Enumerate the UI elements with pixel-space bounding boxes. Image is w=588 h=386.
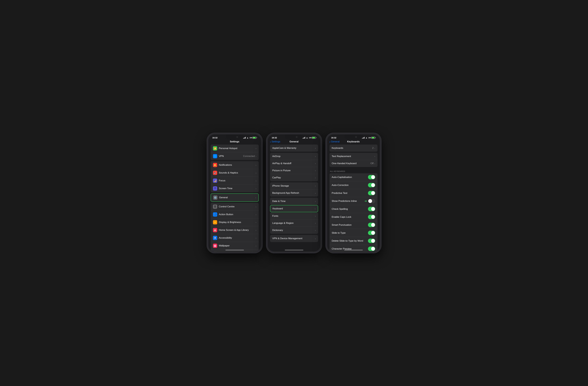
cell-airdrop[interactable]: AirDrop › — [270, 153, 318, 160]
toggle-smart-punctuation[interactable] — [368, 223, 375, 227]
cell-notifications[interactable]: 🔔 Notifications › — [211, 161, 259, 169]
wifi-icon-3: ▲ — [365, 137, 367, 139]
cell-wallpaper[interactable]: 🌸 Wallpaper › — [211, 242, 259, 250]
chevron-icon: › — [256, 180, 256, 182]
cell-personal-hotspot[interactable]: 📶 Personal Hotspot › — [211, 144, 259, 152]
time-2: 16:32 — [272, 136, 277, 139]
cell-vpn-device[interactable]: VPN & Device Management › — [270, 235, 318, 242]
notifications-icon: 🔔 — [213, 163, 217, 167]
time-1: 16:32 — [212, 136, 218, 139]
toggle-auto-capitalisation[interactable] — [368, 175, 375, 179]
settings-group-1: 📶 Personal Hotspot › 🌐 VPN Connected › — [208, 144, 261, 160]
chevron-icon: › — [256, 172, 256, 174]
cell-fonts[interactable]: Fonts › — [270, 212, 318, 220]
cell-group-toggles: Auto-Capitalisation Auto-Correction — [330, 173, 378, 252]
cell-applecare[interactable]: AppleCare & Warranty › — [270, 144, 318, 152]
battery-2: 100 — [309, 137, 316, 139]
settings-group-keyboards-list: Keyboards 2 › — [327, 144, 380, 152]
screen-content-1[interactable]: 📶 Personal Hotspot › 🌐 VPN Connected › — [208, 144, 261, 252]
phone-3: 16:32 ▲ 100 ‹ General — [326, 133, 381, 253]
nav-bar-2: ‹ Settings General — [268, 140, 320, 144]
home-screen-icon: 🏠 — [213, 228, 217, 232]
cell-language-region[interactable]: Language & Region › — [270, 220, 318, 227]
cell-iphone-storage[interactable]: iPhone Storage › — [270, 182, 318, 189]
chevron-icon: › — [256, 237, 256, 239]
status-icons-3: ▲ 100 — [362, 137, 376, 139]
battery-1: 100 — [250, 137, 257, 139]
cell-group-1: 📶 Personal Hotspot › 🌐 VPN Connected › — [211, 144, 259, 160]
nav-back-2[interactable]: ‹ Settings — [270, 140, 280, 143]
settings-group-text-replacement: Text Replacement › One-Handed Keyboard O… — [327, 153, 380, 167]
wifi-icon-2: ▲ — [306, 137, 308, 139]
cell-vpn[interactable]: 🌐 VPN Connected › — [211, 152, 259, 160]
nav-bar-1: Settings — [208, 140, 261, 144]
cell-delete-slide-to-type[interactable]: Delete Slide-to-Type by Word — [330, 237, 378, 245]
cell-auto-capitalisation[interactable]: Auto-Capitalisation — [330, 173, 378, 181]
cell-sounds[interactable]: 🔊 Sounds & Haptics › — [211, 169, 259, 177]
back-chevron-icon-2: ‹ — [270, 140, 271, 143]
cell-control-centre[interactable]: 🎛 Control Centre › — [211, 203, 259, 211]
cell-group-storage: iPhone Storage › Background App Refresh … — [270, 182, 318, 197]
toggle-character-preview[interactable] — [368, 246, 375, 251]
time-3: 16:32 — [331, 136, 336, 139]
action-button-icon: 🔵 — [213, 212, 217, 217]
toggle-auto-correction[interactable] — [368, 183, 375, 187]
general-icon: ⚙️ — [213, 195, 217, 200]
cell-date-time[interactable]: Date & Time › — [270, 198, 318, 205]
cell-group-airdrop: AirDrop › AirPlay & Handoff › Picture in… — [270, 153, 318, 181]
chevron-icon: › — [256, 229, 256, 231]
back-chevron-icon-3: ‹ — [330, 140, 331, 143]
cell-general[interactable]: ⚙️ General › — [211, 193, 259, 202]
cell-enable-caps-lock[interactable]: Enable Caps Lock — [330, 213, 378, 221]
toggle-slide-to-type[interactable] — [368, 231, 375, 235]
cell-home-screen[interactable]: 🏠 Home Screen & App Library › — [211, 226, 259, 234]
home-indicator-3 — [344, 250, 363, 250]
cell-keyboard[interactable]: Keyboard › — [270, 205, 318, 212]
cell-background-app-refresh[interactable]: Background App Refresh › — [270, 189, 318, 197]
cell-action-button[interactable]: 🔵 Action Button › — [211, 211, 259, 219]
toggle-check-spelling[interactable] — [368, 207, 375, 211]
cell-focus[interactable]: 🌙 Focus › — [211, 177, 259, 185]
cell-keyboards[interactable]: Keyboards 2 › — [330, 144, 378, 152]
chevron-icon: › — [315, 200, 316, 203]
cell-slide-to-type[interactable]: Slide to Type — [330, 229, 378, 237]
cell-auto-correction[interactable]: Auto-Correction — [330, 181, 378, 189]
cell-carplay[interactable]: CarPlay › — [270, 174, 318, 181]
cell-one-handed-keyboard[interactable]: One-Handed Keyboard Off › — [330, 160, 378, 167]
chevron-icon: › — [256, 147, 256, 150]
cell-character-preview[interactable]: Character Preview — [330, 245, 378, 252]
chevron-icon: › — [315, 229, 316, 231]
screen-content-2[interactable]: AppleCare & Warranty › AirDrop › AirPlay… — [268, 144, 320, 252]
status-icons-1: ▲ 100 — [243, 137, 257, 139]
display-brightness-icon: ☀️ — [213, 220, 217, 224]
cell-text-replacement[interactable]: Text Replacement › — [330, 153, 378, 160]
cell-accessibility[interactable]: ♿ Accessibility › — [211, 234, 259, 242]
screen-content-3[interactable]: Keyboards 2 › Text Replacement › — [327, 144, 380, 252]
cell-display-brightness[interactable]: ☀️ Display & Brightness › — [211, 219, 259, 226]
cell-screen-time[interactable]: ⏱ Screen Time › — [211, 185, 259, 192]
cell-smart-punctuation[interactable]: Smart Punctuation — [330, 221, 378, 229]
toggle-delete-slide-to-type[interactable] — [368, 239, 375, 243]
wallpaper-icon: 🌸 — [213, 244, 217, 248]
nav-back-3[interactable]: ‹ General — [330, 140, 339, 143]
cell-predictive-text[interactable]: Predictive Text — [330, 189, 378, 197]
chevron-icon: › — [255, 196, 256, 199]
toggle-enable-caps-lock[interactable] — [368, 215, 375, 219]
settings-group-keyboard: Date & Time › Keyboard › Fonts › — [268, 198, 320, 234]
cell-show-predictions-inline[interactable]: Show Predictions Inline ➜ — [330, 197, 378, 205]
toggle-predictive-text[interactable] — [368, 191, 375, 195]
cell-dictionary[interactable]: Dictionary › — [270, 227, 318, 234]
toggle-show-predictions-inline[interactable] — [368, 199, 375, 203]
phone-1: 16:32 ▲ 100 Settings — [207, 133, 262, 253]
cell-group-applecare: AppleCare & Warranty › — [270, 144, 318, 152]
cell-group-keyboard: Date & Time › — [270, 198, 318, 205]
cell-picture-in-picture[interactable]: Picture in Picture › — [270, 167, 318, 174]
cell-check-spelling[interactable]: Check Spelling — [330, 205, 378, 213]
control-centre-icon: 🎛 — [213, 204, 217, 209]
chevron-icon: › — [315, 155, 316, 158]
chevron-icon: › — [256, 213, 256, 216]
settings-group-vpn: VPN & Device Management › — [268, 235, 320, 242]
settings-group-airdrop: AirDrop › AirPlay & Handoff › Picture in… — [268, 153, 320, 181]
sounds-icon: 🔊 — [213, 171, 217, 175]
cell-airplay-handoff[interactable]: AirPlay & Handoff › — [270, 160, 318, 167]
